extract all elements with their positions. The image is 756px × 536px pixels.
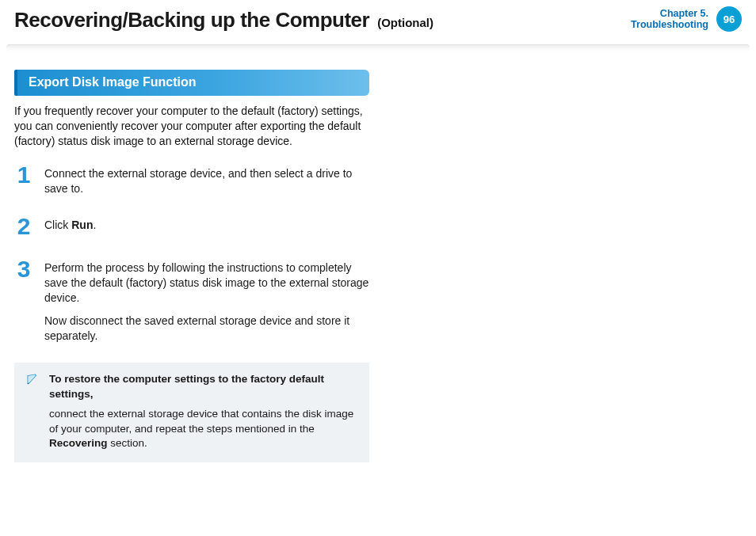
note-body: connect the external storage device that…	[49, 408, 353, 450]
steps-list: 1 Connect the external storage device, a…	[14, 163, 369, 344]
page-title-suffix: (Optional)	[377, 16, 433, 29]
step-number: 2	[14, 215, 33, 238]
step-body: Click Run.	[44, 215, 369, 238]
note-icon	[25, 372, 41, 388]
step-item: 3 Perform the process by following the i…	[14, 257, 369, 343]
step-item: 2 Click Run.	[14, 215, 369, 238]
breadcrumb: Chapter 5. Troubleshooting 96	[631, 6, 742, 32]
page-header: Recovering/Backing up the Computer (Opti…	[0, 0, 756, 44]
note-text: To restore the computer settings to the …	[49, 372, 358, 451]
header-divider	[6, 44, 750, 55]
note-title: To restore the computer settings to the …	[49, 372, 358, 402]
body: Export Disk Image Function If you freque…	[0, 55, 756, 462]
note-box: To restore the computer settings to the …	[14, 363, 369, 462]
page-root: Recovering/Backing up the Computer (Opti…	[0, 0, 756, 536]
section-heading: Export Disk Image Function	[14, 70, 369, 96]
step-body: Connect the external storage device, and…	[44, 163, 369, 196]
step-text: Click Run.	[44, 218, 369, 233]
chapter-line-2: Troubleshooting	[631, 19, 708, 30]
step-number: 3	[14, 257, 33, 343]
intro-paragraph: If you frequently recover your computer …	[14, 104, 369, 149]
page-title: Recovering/Backing up the Computer	[14, 8, 369, 32]
step-text: Now disconnect the saved external storag…	[44, 314, 369, 344]
step-item: 1 Connect the external storage device, a…	[14, 163, 369, 196]
step-number: 1	[14, 163, 33, 196]
chapter-line-1: Chapter 5.	[631, 8, 708, 19]
step-body: Perform the process by following the ins…	[44, 257, 369, 343]
step-text: Perform the process by following the ins…	[44, 260, 369, 306]
step-text: Connect the external storage device, and…	[44, 166, 369, 196]
page-number: 96	[724, 13, 735, 25]
left-column: Export Disk Image Function If you freque…	[14, 70, 369, 462]
page-number-badge: 96	[716, 6, 742, 32]
chapter-label: Chapter 5. Troubleshooting	[631, 8, 708, 31]
